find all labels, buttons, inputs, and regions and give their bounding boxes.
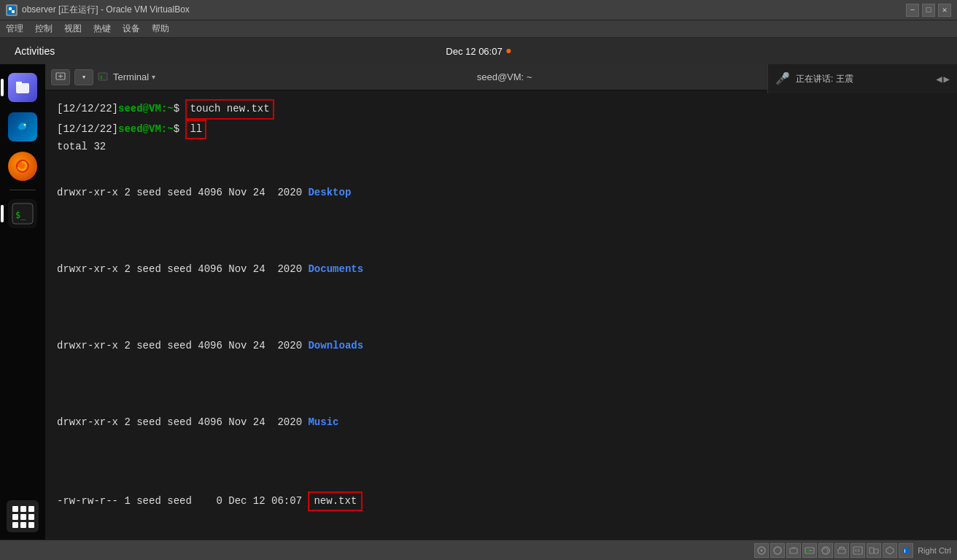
- file-row-downloads: drwxr-xr-x 2 seed seed 4096 Nov 24 2020 …: [57, 338, 945, 354]
- notification-text: 正在讲话: 王震: [796, 73, 930, 85]
- gnome-clock-text: Dec 12 06:07: [446, 46, 502, 57]
- status-icon-6[interactable]: [834, 543, 849, 558]
- recording-dot: [507, 49, 511, 53]
- file-listing: drwxr-xr-x 2 seed seed 4096 Nov 24 2020 …: [57, 155, 945, 540]
- desktop-area: $_: [0, 64, 957, 540]
- vbox-maximize-btn[interactable]: □: [922, 4, 935, 17]
- svg-point-21: [774, 547, 781, 554]
- svg-text:KB: KB: [855, 548, 861, 553]
- svg-rect-4: [16, 82, 22, 85]
- svg-text:i: i: [904, 548, 906, 553]
- virtualbox-window: observer [正在运行] - Oracle VM VirtualBox −…: [0, 0, 957, 560]
- tab-options-btn[interactable]: ▾: [74, 69, 93, 85]
- vbox-app-icon: [6, 4, 18, 16]
- vbox-menu-hotkeys[interactable]: 热键: [93, 23, 111, 35]
- vbox-menu-control[interactable]: 控制: [35, 23, 53, 35]
- files-icon: [8, 73, 37, 102]
- terminal-total: total 32: [57, 139, 945, 155]
- newtxt-highlight: new.txt: [308, 491, 363, 511]
- wireshark-icon: [8, 112, 37, 141]
- status-icon-5[interactable]: [818, 543, 833, 558]
- file-row-music: drwxr-xr-x 2 seed seed 4096 Nov 24 2020 …: [57, 415, 945, 430]
- terminal-window: ▾ $ Terminal ▾ seed@VM: ~: [45, 64, 957, 540]
- right-ctrl-label: Right Ctrl: [918, 546, 951, 555]
- dock-item-files[interactable]: [5, 70, 40, 105]
- terminal-line-2: [12/12/22]seed@VM:~$ ll: [57, 120, 945, 140]
- vbox-menu-devices[interactable]: 设备: [123, 23, 140, 35]
- status-icon-8[interactable]: [867, 543, 881, 558]
- vbox-statusbar: KB i Right Ctrl: [0, 540, 957, 560]
- command-ll: ll: [185, 120, 206, 140]
- mic-icon: 🎤: [775, 71, 790, 86]
- status-icon-7[interactable]: KB: [851, 543, 865, 558]
- dock-item-firefox[interactable]: [5, 149, 40, 184]
- prev-arrow-icon[interactable]: ◀: [936, 73, 942, 85]
- dock-separator: [9, 190, 36, 190]
- left-dock: $_: [0, 64, 45, 540]
- svg-rect-29: [838, 549, 845, 553]
- status-icon-4[interactable]: [802, 543, 817, 558]
- firefox-icon: [8, 152, 37, 181]
- terminal-icon: $_: [8, 199, 37, 228]
- svg-rect-3: [16, 83, 29, 93]
- terminal-tab-area: ▾ $ Terminal ▾: [51, 69, 155, 85]
- next-arrow-icon[interactable]: ▶: [944, 73, 950, 85]
- svg-rect-22: [790, 548, 797, 553]
- prompt-user-2: seed@VM:~: [118, 123, 174, 135]
- file-row-desktop: drwxr-xr-x 2 seed seed 4096 Nov 24 2020 …: [57, 185, 945, 201]
- svg-text:$_: $_: [15, 210, 26, 220]
- command-touch: touch new.txt: [185, 99, 274, 120]
- svg-rect-1: [9, 7, 12, 10]
- status-icon-1[interactable]: [754, 543, 769, 558]
- notification-arrows: ◀ ▶: [936, 73, 950, 85]
- terminal-tab-name: Terminal: [113, 71, 149, 82]
- file-row-newtxt: -rw-rw-r-- 1 seed seed 0 Dec 12 06:07 ne…: [57, 491, 945, 511]
- svg-text:$: $: [100, 74, 103, 79]
- prompt-prefix-2: [12/12/22]: [57, 123, 118, 135]
- svg-rect-33: [874, 549, 878, 553]
- dock-item-wireshark[interactable]: [5, 109, 40, 144]
- svg-rect-0: [7, 6, 16, 15]
- status-icon-10[interactable]: i: [899, 543, 913, 558]
- vbox-title-text: observer [正在运行] - Oracle VM VirtualBox: [22, 4, 906, 16]
- dock-item-terminal[interactable]: $_: [5, 196, 40, 231]
- vbox-menu-help[interactable]: 帮助: [152, 23, 169, 35]
- show-applications-btn[interactable]: [7, 500, 39, 532]
- vbox-titlebar: observer [正在运行] - Oracle VM VirtualBox −…: [0, 0, 957, 20]
- vbox-titlebar-controls: − □ ✕: [906, 4, 951, 17]
- prompt-dollar-2: $: [174, 123, 186, 135]
- vbox-status-icons: KB i: [754, 543, 913, 558]
- gnome-topbar: Activities Dec 12 06:07 🎤 正在讲话: 王震 ◀ ▶: [0, 38, 957, 64]
- svg-point-28: [822, 547, 829, 554]
- activities-button[interactable]: Activities: [9, 42, 61, 60]
- status-icon-2[interactable]: [770, 543, 785, 558]
- svg-rect-32: [869, 548, 874, 553]
- file-row-documents: drwxr-xr-x 2 seed seed 4096 Nov 24 2020 …: [57, 262, 945, 277]
- vbox-close-btn[interactable]: ✕: [938, 4, 951, 17]
- vbox-menu-manage[interactable]: 管理: [6, 23, 23, 35]
- prompt-user-1: seed@VM:~: [118, 103, 174, 114]
- new-tab-btn[interactable]: [51, 69, 70, 85]
- svg-rect-2: [12, 10, 15, 13]
- terminal-title-center: seed@VM: ~: [155, 71, 853, 82]
- prompt-prefix-1: [12/12/22]: [57, 103, 118, 114]
- gnome-clock: Dec 12 06:07: [446, 46, 511, 57]
- status-icon-9[interactable]: [883, 543, 897, 558]
- terminal-content[interactable]: [12/12/22]seed@VM:~$ touch new.txt [12/1…: [45, 90, 957, 540]
- svg-rect-23: [805, 548, 814, 553]
- vbox-menubar: 管理 控制 视图 热键 设备 帮助: [0, 20, 957, 38]
- vbox-menu-view[interactable]: 视图: [64, 23, 82, 35]
- vm-screen: Activities Dec 12 06:07 🎤 正在讲话: 王震 ◀ ▶: [0, 38, 957, 560]
- prompt-dollar-1: $: [174, 103, 186, 114]
- vm-notification-bar: 🎤 正在讲话: 王震 ◀ ▶: [767, 64, 957, 93]
- terminal-tab-label[interactable]: $ Terminal ▾: [98, 71, 155, 82]
- svg-point-5: [24, 124, 26, 126]
- terminal-line-1: [12/12/22]seed@VM:~$ touch new.txt: [57, 99, 945, 120]
- vbox-minimize-btn[interactable]: −: [906, 4, 919, 17]
- status-icon-3[interactable]: [786, 543, 801, 558]
